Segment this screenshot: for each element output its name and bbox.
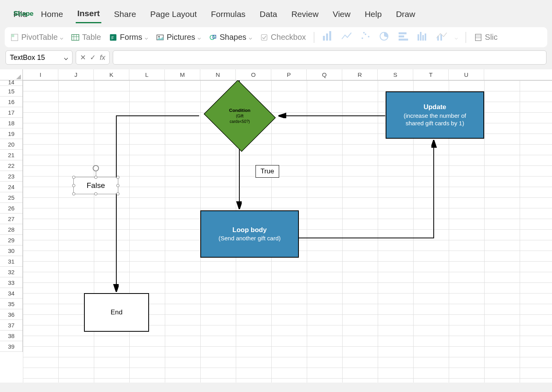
menu-help[interactable]: Help — [363, 9, 383, 23]
chevron-down-icon[interactable]: ⌵ — [64, 53, 68, 62]
svg-rect-26 — [422, 35, 424, 41]
row-header[interactable]: 35 — [0, 299, 22, 309]
row-header[interactable]: 34 — [0, 288, 22, 299]
forms-button[interactable]: F Forms ⌵ — [109, 33, 148, 42]
checkbox-button[interactable]: Checkbox — [260, 33, 306, 42]
pivottable-icon — [10, 33, 19, 42]
slicer-label: Slic — [485, 33, 498, 42]
resize-handle-nw[interactable] — [72, 176, 75, 179]
col-header[interactable]: U — [449, 69, 484, 80]
row-header[interactable]: 16 — [0, 97, 22, 107]
resize-handle-n[interactable] — [94, 176, 97, 179]
resize-handle-sw[interactable] — [72, 192, 75, 195]
accept-icon[interactable]: ✓ — [90, 53, 96, 62]
condition-title: Condition — [229, 108, 250, 113]
row-header[interactable]: 37 — [0, 320, 22, 331]
menu-home[interactable]: Home — [39, 9, 65, 23]
row-header[interactable]: 21 — [0, 150, 22, 160]
col-header[interactable]: O — [236, 69, 271, 80]
menu-review[interactable]: Review — [290, 9, 320, 23]
true-label-textbox[interactable]: True — [255, 165, 279, 178]
row-header[interactable]: 20 — [0, 139, 22, 150]
condition-diamond-shape[interactable]: Condition (Gift cards<50?) — [204, 80, 276, 152]
resize-handle-e[interactable] — [116, 184, 119, 187]
col-header[interactable]: Q — [307, 69, 342, 80]
row-header[interactable]: 28 — [0, 224, 22, 235]
resize-handle-s[interactable] — [94, 192, 97, 195]
row-header[interactable]: 36 — [0, 309, 22, 320]
bar-chart-icon[interactable] — [322, 31, 334, 43]
col-header[interactable]: P — [271, 69, 307, 80]
menu-shape[interactable]: Shape — [12, 9, 35, 22]
row-header[interactable]: 15 — [0, 86, 22, 97]
histogram-icon[interactable] — [417, 31, 429, 43]
rotation-handle[interactable] — [93, 165, 99, 171]
slicer-button[interactable]: Slic — [474, 33, 498, 42]
menu-page-layout[interactable]: Page Layout — [149, 9, 198, 23]
row-header[interactable]: 32 — [0, 267, 22, 277]
menu-view[interactable]: View — [331, 9, 352, 23]
row-header[interactable]: 31 — [0, 256, 22, 267]
row-header[interactable]: 38 — [0, 331, 22, 341]
row-header[interactable]: 18 — [0, 118, 22, 128]
resize-handle-se[interactable] — [116, 192, 119, 195]
shapes-button[interactable]: Shapes ⌵ — [209, 33, 252, 42]
col-header[interactable]: I — [23, 69, 58, 80]
menu-insert[interactable]: Insert — [76, 8, 101, 23]
svg-rect-15 — [329, 31, 331, 41]
col-header[interactable]: L — [129, 69, 165, 80]
resize-handle-ne[interactable] — [116, 176, 119, 179]
col-header[interactable]: T — [413, 69, 449, 80]
pivottable-label: PivotTable — [21, 33, 58, 42]
col-header[interactable]: M — [165, 69, 200, 80]
chevron-down-icon[interactable]: ⌵ — [455, 34, 458, 41]
menu-data[interactable]: Data — [258, 9, 279, 23]
cancel-icon[interactable]: ✕ — [80, 53, 86, 62]
row-header[interactable]: 24 — [0, 182, 22, 192]
svg-rect-1 — [11, 34, 14, 37]
pie-chart-icon[interactable] — [379, 31, 391, 43]
hbar-chart-icon[interactable] — [398, 31, 410, 43]
col-header[interactable]: J — [58, 69, 94, 80]
col-header[interactable]: N — [200, 69, 236, 80]
false-label-textbox[interactable]: False — [74, 178, 117, 193]
table-button[interactable]: Table — [71, 33, 101, 42]
line-chart-icon[interactable] — [341, 31, 353, 43]
true-label-text: True — [261, 167, 274, 176]
fx-icon[interactable]: fx — [100, 54, 105, 62]
name-box[interactable]: TextBox 15 ⌵ — [6, 50, 73, 65]
pictures-button[interactable]: Pictures ⌵ — [156, 33, 201, 42]
row-header[interactable]: 22 — [0, 160, 22, 171]
col-header[interactable]: K — [94, 69, 129, 80]
forms-label: Forms — [120, 33, 142, 42]
row-header[interactable]: 30 — [0, 245, 22, 256]
row-header[interactable]: 33 — [0, 277, 22, 288]
row-header[interactable]: 25 — [0, 192, 22, 203]
update-rect-shape[interactable]: Update (increase the number of shared gi… — [386, 91, 484, 139]
svg-rect-12 — [261, 34, 267, 40]
loop-rect-shape[interactable]: Loop body (Send another gift card) — [200, 210, 299, 258]
select-all-triangle[interactable] — [0, 69, 23, 80]
col-header[interactable]: R — [342, 69, 378, 80]
end-rect-shape[interactable]: End — [84, 293, 149, 332]
update-line1: (increase the number of — [404, 112, 466, 120]
pictures-icon — [156, 33, 164, 42]
scatter-chart-icon[interactable] — [360, 31, 372, 43]
row-header[interactable]: 14 — [0, 80, 22, 86]
row-header[interactable]: 19 — [0, 128, 22, 139]
formula-input[interactable] — [113, 50, 546, 65]
resize-handle-w[interactable] — [72, 184, 75, 187]
row-header[interactable]: 26 — [0, 203, 22, 214]
menu-formulas[interactable]: Formulas — [209, 9, 247, 23]
pivottable-button[interactable]: PivotTable ⌵ — [10, 33, 63, 42]
row-header[interactable]: 23 — [0, 171, 22, 182]
row-header[interactable]: 29 — [0, 235, 22, 245]
menu-draw[interactable]: Draw — [394, 9, 417, 23]
shapes-icon — [209, 33, 217, 42]
col-header[interactable]: S — [378, 69, 413, 80]
row-header[interactable]: 27 — [0, 214, 22, 224]
combo-chart-icon[interactable] — [436, 31, 448, 43]
row-header[interactable]: 17 — [0, 107, 22, 118]
row-header[interactable]: 39 — [0, 341, 22, 352]
menu-share[interactable]: Share — [112, 9, 138, 23]
